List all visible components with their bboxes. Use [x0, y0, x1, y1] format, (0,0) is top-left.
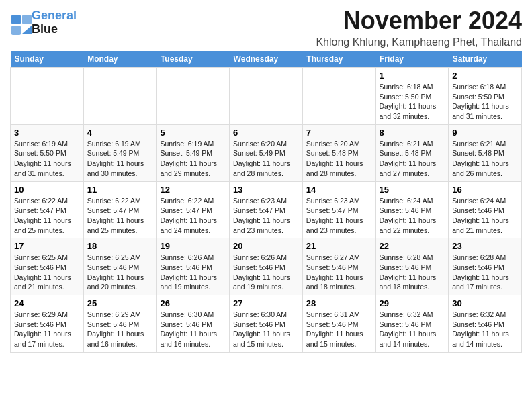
- day-number: 11: [87, 185, 153, 195]
- day-number: 15: [380, 185, 445, 195]
- weekday-header-cell: Tuesday: [157, 51, 230, 68]
- day-number: 20: [233, 241, 299, 251]
- main-title: November 2024: [316, 7, 522, 35]
- calendar-cell: 23Sunrise: 6:28 AM Sunset: 5:46 PM Dayli…: [449, 238, 522, 295]
- day-info: Sunrise: 6:20 AM Sunset: 5:48 PM Dayligh…: [306, 139, 372, 179]
- weekday-header-cell: Saturday: [449, 51, 522, 68]
- subtitle: Khlong Khlung, Kamphaeng Phet, Thailand: [316, 36, 522, 48]
- day-info: Sunrise: 6:21 AM Sunset: 5:48 PM Dayligh…: [452, 139, 518, 179]
- day-number: 18: [87, 241, 153, 251]
- day-number: 13: [233, 185, 299, 195]
- day-number: 21: [306, 241, 372, 251]
- calendar-cell: 28Sunrise: 6:31 AM Sunset: 5:46 PM Dayli…: [302, 295, 375, 353]
- day-info: Sunrise: 6:26 AM Sunset: 5:46 PM Dayligh…: [160, 253, 226, 292]
- day-number: 14: [306, 185, 372, 195]
- day-info: Sunrise: 6:24 AM Sunset: 5:46 PM Dayligh…: [380, 196, 445, 236]
- calendar-cell: 3Sunrise: 6:19 AM Sunset: 5:50 PM Daylig…: [11, 124, 84, 181]
- weekday-header-cell: Friday: [375, 51, 449, 68]
- title-block: November 2024 Khlong Khlung, Kamphaeng P…: [316, 7, 522, 48]
- logo: GeneralBlue: [10, 9, 77, 36]
- day-number: 24: [14, 298, 80, 308]
- calendar-cell: 21Sunrise: 6:27 AM Sunset: 5:46 PM Dayli…: [302, 238, 375, 295]
- day-info: Sunrise: 6:18 AM Sunset: 5:50 PM Dayligh…: [452, 82, 518, 122]
- calendar-cell: 1Sunrise: 6:18 AM Sunset: 5:50 PM Daylig…: [375, 68, 449, 125]
- calendar-cell: 17Sunrise: 6:25 AM Sunset: 5:46 PM Dayli…: [11, 238, 84, 295]
- day-number: 1: [380, 71, 445, 81]
- day-number: 5: [160, 128, 226, 138]
- day-number: 2: [452, 71, 518, 81]
- calendar-cell: 11Sunrise: 6:22 AM Sunset: 5:47 PM Dayli…: [83, 181, 157, 238]
- day-number: 29: [380, 298, 445, 308]
- day-info: Sunrise: 6:32 AM Sunset: 5:46 PM Dayligh…: [452, 310, 518, 349]
- calendar-cell: [157, 68, 230, 125]
- calendar-cell: 4Sunrise: 6:19 AM Sunset: 5:49 PM Daylig…: [83, 124, 157, 181]
- calendar-cell: 9Sunrise: 6:21 AM Sunset: 5:48 PM Daylig…: [449, 124, 522, 181]
- weekday-header-cell: Wednesday: [230, 51, 303, 68]
- day-info: Sunrise: 6:22 AM Sunset: 5:47 PM Dayligh…: [14, 196, 80, 236]
- day-info: Sunrise: 6:23 AM Sunset: 5:47 PM Dayligh…: [233, 196, 299, 236]
- day-info: Sunrise: 6:22 AM Sunset: 5:47 PM Dayligh…: [87, 196, 153, 236]
- calendar-cell: 5Sunrise: 6:19 AM Sunset: 5:49 PM Daylig…: [157, 124, 230, 181]
- day-info: Sunrise: 6:19 AM Sunset: 5:50 PM Dayligh…: [14, 139, 80, 179]
- calendar-cell: [302, 68, 375, 125]
- day-number: 23: [452, 241, 518, 251]
- day-number: 4: [87, 128, 153, 138]
- day-info: Sunrise: 6:30 AM Sunset: 5:46 PM Dayligh…: [160, 310, 226, 349]
- day-info: Sunrise: 6:29 AM Sunset: 5:46 PM Dayligh…: [14, 310, 80, 349]
- calendar-cell: 10Sunrise: 6:22 AM Sunset: 5:47 PM Dayli…: [11, 181, 84, 238]
- svg-marker-3: [22, 26, 32, 34]
- calendar-table: SundayMondayTuesdayWednesdayThursdayFrid…: [10, 51, 522, 353]
- calendar-cell: 20Sunrise: 6:26 AM Sunset: 5:46 PM Dayli…: [230, 238, 303, 295]
- calendar-cell: 13Sunrise: 6:23 AM Sunset: 5:47 PM Dayli…: [230, 181, 303, 238]
- calendar-cell: 7Sunrise: 6:20 AM Sunset: 5:48 PM Daylig…: [302, 124, 375, 181]
- day-info: Sunrise: 6:25 AM Sunset: 5:46 PM Dayligh…: [87, 253, 153, 292]
- day-info: Sunrise: 6:20 AM Sunset: 5:49 PM Dayligh…: [233, 139, 299, 179]
- calendar-cell: 29Sunrise: 6:32 AM Sunset: 5:46 PM Dayli…: [375, 295, 449, 353]
- weekday-header-cell: Sunday: [11, 51, 84, 68]
- calendar-cell: 25Sunrise: 6:29 AM Sunset: 5:46 PM Dayli…: [83, 295, 157, 353]
- calendar-cell: 12Sunrise: 6:22 AM Sunset: 5:47 PM Dayli…: [157, 181, 230, 238]
- calendar-week-row: 3Sunrise: 6:19 AM Sunset: 5:50 PM Daylig…: [11, 124, 522, 181]
- day-number: 10: [14, 185, 80, 195]
- day-number: 30: [452, 298, 518, 308]
- day-number: 6: [233, 128, 299, 138]
- calendar-week-row: 17Sunrise: 6:25 AM Sunset: 5:46 PM Dayli…: [11, 238, 522, 295]
- day-info: Sunrise: 6:31 AM Sunset: 5:46 PM Dayligh…: [306, 310, 372, 349]
- day-info: Sunrise: 6:24 AM Sunset: 5:46 PM Dayligh…: [452, 196, 518, 236]
- day-number: 17: [14, 241, 80, 251]
- day-info: Sunrise: 6:25 AM Sunset: 5:46 PM Dayligh…: [14, 253, 80, 292]
- calendar-cell: 24Sunrise: 6:29 AM Sunset: 5:46 PM Dayli…: [11, 295, 84, 353]
- calendar-week-row: 24Sunrise: 6:29 AM Sunset: 5:46 PM Dayli…: [11, 295, 522, 353]
- day-info: Sunrise: 6:27 AM Sunset: 5:46 PM Dayligh…: [306, 253, 372, 292]
- calendar-week-row: 1Sunrise: 6:18 AM Sunset: 5:50 PM Daylig…: [11, 68, 522, 125]
- calendar-cell: 22Sunrise: 6:28 AM Sunset: 5:46 PM Dayli…: [375, 238, 449, 295]
- weekday-header-cell: Thursday: [302, 51, 375, 68]
- day-info: Sunrise: 6:23 AM Sunset: 5:47 PM Dayligh…: [306, 196, 372, 236]
- calendar-cell: [83, 68, 157, 125]
- calendar-cell: 15Sunrise: 6:24 AM Sunset: 5:46 PM Dayli…: [375, 181, 449, 238]
- day-number: 25: [87, 298, 153, 308]
- day-number: 26: [160, 298, 226, 308]
- day-number: 16: [452, 185, 518, 195]
- day-info: Sunrise: 6:18 AM Sunset: 5:50 PM Dayligh…: [380, 82, 445, 122]
- svg-rect-0: [11, 15, 21, 24]
- day-number: 8: [380, 128, 445, 138]
- calendar-cell: [11, 68, 84, 125]
- weekday-header-row: SundayMondayTuesdayWednesdayThursdayFrid…: [11, 51, 522, 68]
- day-info: Sunrise: 6:28 AM Sunset: 5:46 PM Dayligh…: [452, 253, 518, 292]
- day-info: Sunrise: 6:30 AM Sunset: 5:46 PM Dayligh…: [233, 310, 299, 349]
- day-info: Sunrise: 6:19 AM Sunset: 5:49 PM Dayligh…: [87, 139, 153, 179]
- day-number: 19: [160, 241, 226, 251]
- day-info: Sunrise: 6:32 AM Sunset: 5:46 PM Dayligh…: [380, 310, 445, 349]
- calendar-body: 1Sunrise: 6:18 AM Sunset: 5:50 PM Daylig…: [11, 68, 522, 353]
- calendar-cell: 16Sunrise: 6:24 AM Sunset: 5:46 PM Dayli…: [449, 181, 522, 238]
- calendar-cell: 8Sunrise: 6:21 AM Sunset: 5:48 PM Daylig…: [375, 124, 449, 181]
- day-info: Sunrise: 6:21 AM Sunset: 5:48 PM Dayligh…: [380, 139, 445, 179]
- day-number: 12: [160, 185, 226, 195]
- calendar-cell: [230, 68, 303, 125]
- calendar-cell: 18Sunrise: 6:25 AM Sunset: 5:46 PM Dayli…: [83, 238, 157, 295]
- calendar-cell: 26Sunrise: 6:30 AM Sunset: 5:46 PM Dayli…: [157, 295, 230, 353]
- weekday-header-cell: Monday: [83, 51, 157, 68]
- day-number: 3: [14, 128, 80, 138]
- calendar-cell: 6Sunrise: 6:20 AM Sunset: 5:49 PM Daylig…: [230, 124, 303, 181]
